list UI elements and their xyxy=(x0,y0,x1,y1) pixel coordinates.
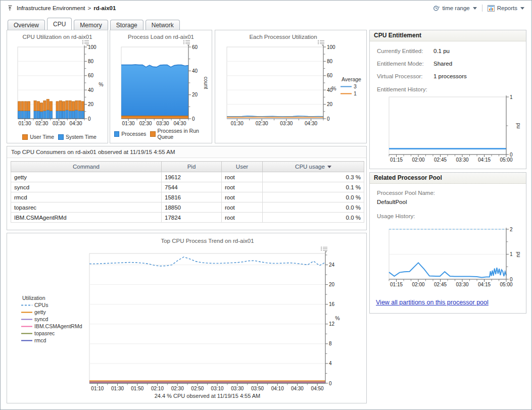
svg-text:0: 0 xyxy=(329,381,332,386)
column-header-pid[interactable]: Pid xyxy=(162,162,222,172)
svg-text:12: 12 xyxy=(329,321,335,327)
reports-caret-icon xyxy=(520,7,524,10)
svg-text:03:30: 03:30 xyxy=(456,282,468,287)
svg-text:1: 1 xyxy=(510,95,513,100)
consumers-header-row: CommandPidUserCPU usage xyxy=(11,162,364,172)
svg-text:40: 40 xyxy=(192,68,198,74)
time-range-label: time range xyxy=(442,5,469,11)
field-label: Currently Entitled: xyxy=(377,48,433,54)
dashboard-page: Infrastructure Environment > rd-aix01 ti… xyxy=(0,0,532,410)
svg-text:02:10: 02:10 xyxy=(151,386,164,391)
svg-text:100: 100 xyxy=(327,44,335,50)
process-load-title: Process Load on rd-aix01 xyxy=(110,34,212,40)
cpu-entitlement-panel: CPU Entitlement Currently Entitled:0.1 p… xyxy=(369,30,526,169)
tab-network[interactable]: Network xyxy=(146,20,180,30)
table-row[interactable]: IBM.CSMAgentRMd17824root0.0 % xyxy=(11,213,364,223)
field-label: Virtual Processor: xyxy=(377,73,433,79)
reports-label: Reports xyxy=(497,5,517,11)
process-load-legend: ProcessesProcesses in Run Queue xyxy=(110,128,212,140)
view-partitions-link[interactable]: View all partitions on this processor po… xyxy=(376,299,489,306)
each-processor-chart: 02040608010001:3002:3003:3004:30%Average… xyxy=(215,44,366,140)
field-value: 1 processors xyxy=(433,73,467,79)
svg-text:01:15: 01:15 xyxy=(390,157,403,163)
svg-text:01:10: 01:10 xyxy=(91,386,104,391)
svg-text:05:00: 05:00 xyxy=(500,157,512,163)
entitlement-field: Entitlement Mode:Shared xyxy=(377,61,526,67)
reports-control[interactable]: Reports xyxy=(488,5,524,12)
usage-history-chart: 01201:1502:0002:4503:3004:1505:00pu xyxy=(370,226,524,291)
svg-text:02:00: 02:00 xyxy=(412,282,424,287)
tab-overview[interactable]: Overview xyxy=(8,20,45,30)
cpu-utilization-panel: CPU Utilization on rd-aix01 020406080100… xyxy=(7,30,108,143)
svg-text:%: % xyxy=(331,85,336,91)
svg-text:3: 3 xyxy=(354,83,357,89)
svg-text:01:15: 01:15 xyxy=(390,282,403,287)
table-cell: root xyxy=(222,172,263,182)
table-cell: 0.0 % xyxy=(263,213,364,223)
svg-text:pu: pu xyxy=(516,123,521,128)
svg-text:40: 40 xyxy=(88,87,94,93)
time-range-control[interactable]: time range xyxy=(433,5,476,12)
process-trend-caption: 24.4 % CPU observed at 11/19/15 4:55 AM xyxy=(89,393,325,399)
breadcrumb-root[interactable]: Infrastructure Environment xyxy=(17,5,85,11)
each-processor-title: Each Processor Utilization xyxy=(200,34,366,40)
svg-text:04:30: 04:30 xyxy=(291,386,304,391)
svg-text:topasrec: topasrec xyxy=(34,330,55,336)
svg-text:0: 0 xyxy=(510,152,513,158)
time-range-icon xyxy=(433,5,440,12)
legend-label: User Time xyxy=(30,134,54,140)
svg-text:IBM.CSMAgentRMd: IBM.CSMAgentRMd xyxy=(34,323,82,329)
tab-storage[interactable]: Storage xyxy=(110,20,143,30)
svg-text:01:30: 01:30 xyxy=(111,386,124,391)
process-trend-panel: Top CPU Process Trend on rd-aix01 048121… xyxy=(7,233,367,403)
pool-name-value: DefaultPool xyxy=(377,199,526,205)
entitlement-fields: Currently Entitled:0.1 puEntitlement Mod… xyxy=(370,48,526,79)
table-row[interactable]: topasrec18850root0.0 % xyxy=(11,202,364,213)
pool-header: Related Processor Pool xyxy=(370,173,526,184)
table-cell: topasrec xyxy=(11,202,162,213)
svg-text:03:50: 03:50 xyxy=(251,386,264,391)
related-processor-pool-panel: Related Processor Pool Processor Pool Na… xyxy=(369,172,526,314)
legend-label: Processes xyxy=(121,131,146,137)
svg-text:04:15: 04:15 xyxy=(478,157,491,163)
svg-text:80: 80 xyxy=(88,59,94,64)
svg-text:02:00: 02:00 xyxy=(412,157,424,163)
process-trend-title: Top CPU Process Trend on rd-aix01 xyxy=(89,238,325,244)
svg-text:01:30: 01:30 xyxy=(18,121,31,126)
table-cell: IBM.CSMAgentRMd xyxy=(11,213,162,223)
tab-cpu[interactable]: CPU xyxy=(47,18,72,30)
drill-up-icon[interactable] xyxy=(8,5,14,11)
top-cpu-consumers-panel: Top CPU Consumers on rd-aix01 observed a… xyxy=(7,146,367,230)
svg-text:count: count xyxy=(203,77,209,89)
column-header-command[interactable]: Command xyxy=(11,162,162,172)
column-header-user[interactable]: User xyxy=(222,162,263,172)
svg-text:pu: pu xyxy=(516,251,521,257)
table-cell: 0.0 % xyxy=(263,202,364,213)
svg-text:04:30: 04:30 xyxy=(173,121,186,126)
table-cell: root xyxy=(222,213,263,223)
table-cell: getty xyxy=(11,172,162,182)
table-cell: rmcd xyxy=(11,192,162,202)
table-cell: 0.1 % xyxy=(263,182,364,192)
table-cell: 15816 xyxy=(162,192,222,202)
svg-text:01:50: 01:50 xyxy=(131,386,143,391)
svg-text:02:30: 02:30 xyxy=(139,121,152,126)
svg-text:16: 16 xyxy=(329,301,335,307)
svg-text:8: 8 xyxy=(329,341,332,346)
svg-text:03:30: 03:30 xyxy=(231,386,244,391)
tab-memory[interactable]: Memory xyxy=(74,20,108,30)
cpu-entitlement-header: CPU Entitlement xyxy=(370,30,526,41)
consumers-table: CommandPidUserCPU usage getty19612root0.… xyxy=(11,161,364,223)
table-row[interactable]: rmcd15816root0.0 % xyxy=(11,192,364,202)
svg-text:rmcd: rmcd xyxy=(34,337,46,343)
svg-text:03:30: 03:30 xyxy=(53,121,65,126)
svg-text:02:30: 02:30 xyxy=(256,121,268,126)
svg-text:60: 60 xyxy=(88,73,94,78)
table-row[interactable]: getty19612root0.3 % xyxy=(11,172,364,182)
cpu-utilization-chart: 02040608010001:3002:3003:3004:30% xyxy=(7,44,108,132)
svg-text:%: % xyxy=(335,315,340,321)
legend-label: System Time xyxy=(66,134,96,140)
table-row[interactable]: syncd7544root0.1 % xyxy=(11,182,364,192)
column-header-cpu-usage[interactable]: CPU usage xyxy=(263,162,364,172)
svg-text:0: 0 xyxy=(192,116,195,122)
